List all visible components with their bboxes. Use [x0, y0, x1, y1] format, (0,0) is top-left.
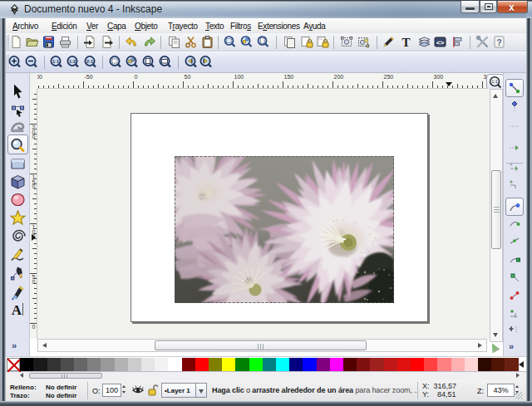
svg-text:A: A: [12, 302, 22, 318]
svg-text:2:1: 2:1: [86, 59, 93, 64]
svg-text:1:1: 1:1: [52, 59, 59, 64]
svg-text:T: T: [401, 36, 410, 49]
svg-text:1:1: 1:1: [491, 79, 498, 84]
svg-text:?: ?: [496, 38, 501, 47]
svg-text:1:2: 1:2: [69, 59, 76, 64]
svg-text:<>: <>: [436, 39, 444, 46]
